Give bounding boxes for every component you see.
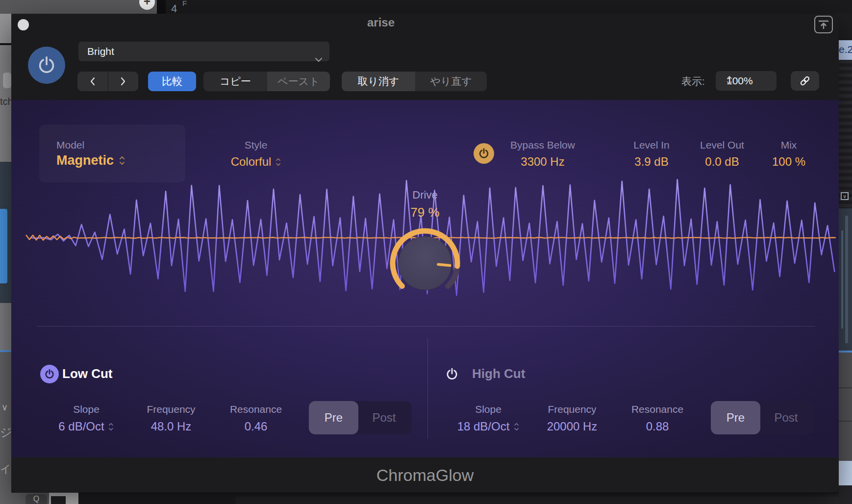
chevron-down-icon[interactable]: ∨ [1, 402, 8, 413]
daw-left-jp-text-1: ジ [0, 425, 12, 440]
high-cut-resonance-value[interactable]: 0.88 [646, 420, 669, 433]
power-icon [445, 367, 459, 381]
daw-right-row-line [839, 421, 852, 422]
low-cut-slope-label: Slope [73, 403, 100, 415]
view-zoom-stepper[interactable]: 100% [716, 71, 777, 91]
view-label: 表示: [681, 75, 705, 88]
plugin-name: ChromaGlow [376, 466, 474, 485]
region-name-label: e.2 [839, 40, 852, 60]
drive-knob[interactable] [383, 222, 467, 305]
daw-left-divider [0, 43, 11, 45]
plugin-window: arise Bright [11, 14, 839, 493]
slope-value: 18 dB/Oct [457, 420, 510, 433]
model-label: Model [56, 139, 84, 151]
undo-button[interactable]: 取り消す [342, 72, 415, 91]
preset-value: Bright [87, 46, 114, 57]
stepper-icon [108, 423, 114, 431]
arrow-up-icon [817, 18, 830, 31]
plugin-power-button[interactable] [28, 47, 65, 84]
stepper-icon [275, 158, 281, 166]
low-cut-frequency-value[interactable]: 48.0 Hz [151, 420, 192, 433]
daw-waveform-bar [845, 216, 848, 343]
preset-select[interactable]: Bright [78, 42, 329, 61]
level-in-value[interactable]: 3.9 dB [634, 155, 668, 169]
daw-right-region [839, 461, 852, 485]
next-preset-button[interactable] [108, 72, 138, 91]
open-in-window-icon[interactable] [814, 16, 833, 33]
plugin-header: arise Bright [11, 14, 839, 100]
quantize-button[interactable]: Q [25, 494, 47, 504]
mix-value[interactable]: 100 % [772, 155, 805, 169]
model-select[interactable]: Magnetic [56, 153, 125, 168]
mix-label: Mix [781, 139, 797, 151]
power-icon [477, 147, 490, 160]
daw-waveform-bar [841, 230, 843, 328]
high-cut-title: High Cut [472, 366, 525, 381]
daw-toolbar-left [0, 0, 157, 14]
chevron-right-icon [120, 76, 126, 86]
chevron-left-icon [89, 76, 96, 86]
low-cut-resonance-value[interactable]: 0.46 [245, 420, 268, 433]
close-button[interactable] [18, 19, 29, 30]
compare-button[interactable]: 比較 [148, 72, 196, 91]
daw-right-top [839, 14, 852, 40]
drive-value: 79 % [410, 205, 439, 220]
high-cut-pre-button[interactable]: Pre [711, 401, 760, 434]
daw-tool-icon [51, 496, 66, 504]
paste-button[interactable]: ペースト [267, 72, 330, 91]
low-cut-pre-post-toggle: Pre Post [309, 401, 412, 434]
link-button[interactable] [791, 71, 819, 91]
low-cut-power-button[interactable] [40, 365, 59, 383]
high-cut-post-button[interactable]: Post [760, 401, 812, 434]
high-cut-slope-value[interactable]: 18 dB/Oct [457, 420, 520, 433]
knob-pointer [438, 264, 450, 265]
low-cut-resonance-label: Resonance [230, 403, 282, 415]
high-cut-slope-label: Slope [475, 403, 501, 415]
filter-divider [427, 338, 428, 439]
low-cut-slope-value[interactable]: 6 dB/Oct [58, 420, 114, 433]
high-cut-pre-post-toggle: Pre Post [711, 401, 814, 434]
bypass-power-button[interactable] [474, 143, 494, 164]
link-icon [799, 75, 811, 87]
stepper-icon [119, 156, 125, 165]
low-cut-frequency-label: Frequency [147, 403, 195, 415]
drive-label: Drive [412, 189, 437, 202]
daw-track-lanes [839, 60, 852, 208]
daw-toolbar-divider [157, 0, 166, 14]
level-out-label: Level Out [700, 139, 744, 151]
redo-button[interactable]: やり直す [415, 72, 487, 91]
daw-left-strip [0, 14, 11, 43]
bypass-below-label: Bypass Below [510, 139, 575, 151]
low-cut-title: Low Cut [62, 366, 113, 381]
window-title: arise [342, 16, 420, 29]
style-select[interactable]: Colorful [231, 155, 281, 169]
low-cut-pre-button[interactable]: Pre [309, 401, 358, 434]
plugin-main: Model Magnetic Style Colorful Bypass Bel… [11, 100, 839, 457]
stepper-icon [513, 423, 519, 431]
daw-right-row-line [839, 387, 852, 388]
daw-left-button[interactable] [3, 73, 11, 88]
daw-bottom-band [235, 497, 852, 504]
prev-preset-button[interactable] [77, 72, 108, 91]
region-chevron-icon: ∨ [841, 192, 849, 200]
undo-redo-group: 取り消す やり直す [342, 72, 487, 91]
high-cut-frequency-value[interactable]: 20000 Hz [547, 420, 598, 433]
style-label: Style [245, 139, 268, 151]
daw-right-bottom [839, 485, 852, 504]
daw-right-panel [839, 353, 852, 461]
high-cut-resonance-label: Resonance [631, 403, 683, 415]
chevron-down-icon [315, 49, 323, 69]
high-cut-power-button[interactable] [444, 366, 460, 382]
level-out-value[interactable]: 0.0 dB [705, 155, 739, 169]
low-cut-post-button[interactable]: Post [358, 401, 410, 434]
stepper-icon [727, 76, 771, 85]
copy-button[interactable]: コピー [203, 72, 267, 91]
daw-left-panel-mid [0, 303, 11, 350]
style-value: Colorful [231, 155, 272, 169]
bypass-below-value[interactable]: 3300 Hz [521, 155, 564, 169]
slope-value: 6 dB/Oct [58, 420, 104, 433]
daw-track-selection[interactable] [0, 209, 7, 283]
power-icon [44, 368, 55, 380]
model-value: Magnetic [56, 153, 114, 168]
power-icon [36, 54, 57, 76]
